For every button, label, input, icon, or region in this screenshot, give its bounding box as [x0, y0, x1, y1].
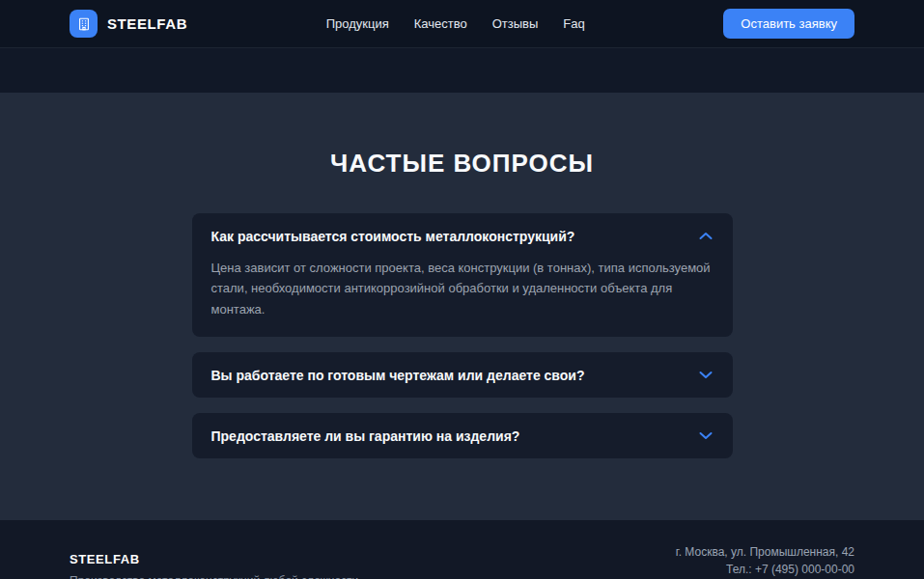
faq-item-cost[interactable]: Как рассчитывается стоимость металлоконс…: [192, 213, 733, 337]
nav-item-quality[interactable]: Качество: [414, 16, 467, 31]
faq-section: ЧАСТЫЕ ВОПРОСЫ Как рассчитывается стоимо…: [0, 93, 924, 520]
faq-question: Как рассчитывается стоимость металлоконс…: [211, 229, 575, 244]
brand-logo[interactable]: STEELFAB: [70, 10, 187, 38]
faq-answer: Цена зависит от сложности проекта, веса …: [211, 258, 713, 319]
footer-address: г. Москва, ул. Промышленная, 42: [676, 543, 854, 561]
nav-item-faq[interactable]: Faq: [563, 16, 584, 31]
faq-question-row[interactable]: Как рассчитывается стоимость металлоконс…: [211, 228, 713, 244]
faq-question: Предоставляете ли вы гарантию на изделия…: [211, 428, 520, 444]
footer-contacts-block: г. Москва, ул. Промышленная, 42 Тел.: +7…: [676, 543, 854, 579]
footer-brand-block: STEELFAB Производство металлоконструкций…: [70, 552, 362, 579]
brand-name: STEELFAB: [107, 15, 187, 32]
leave-request-button[interactable]: Оставить заявку: [723, 9, 854, 39]
footer: STEELFAB Производство металлоконструкций…: [0, 520, 924, 579]
main-nav: Продукция Качество Отзывы Faq: [326, 16, 585, 31]
building-icon: [70, 10, 98, 38]
nav-item-products[interactable]: Продукция: [326, 16, 389, 31]
chevron-down-icon[interactable]: [699, 371, 713, 379]
faq-question-row[interactable]: Предоставляете ли вы гарантию на изделия…: [211, 427, 713, 444]
faq-item-warranty[interactable]: Предоставляете ли вы гарантию на изделия…: [192, 413, 733, 458]
nav-item-reviews[interactable]: Отзывы: [492, 16, 539, 31]
chevron-up-icon[interactable]: [699, 232, 713, 240]
footer-phone: Тел.: +7 (495) 000-00-00: [676, 561, 854, 578]
navbar: STEELFAB Продукция Качество Отзывы Faq О…: [0, 0, 924, 48]
faq-item-drawings[interactable]: Вы работаете по готовым чертежам или дел…: [192, 352, 733, 398]
faq-question-row[interactable]: Вы работаете по готовым чертежам или дел…: [211, 367, 713, 383]
faq-list: Как рассчитывается стоимость металлоконс…: [192, 213, 733, 458]
previous-section-strip: [0, 48, 924, 93]
faq-section-title: ЧАСТЫЕ ВОПРОСЫ: [0, 149, 924, 179]
chevron-down-icon[interactable]: [699, 431, 713, 440]
faq-question: Вы работаете по готовым чертежам или дел…: [211, 368, 585, 383]
footer-brand-name: STEELFAB: [70, 552, 362, 566]
footer-tagline: Производство металлоконструкций любой сл…: [70, 574, 362, 579]
